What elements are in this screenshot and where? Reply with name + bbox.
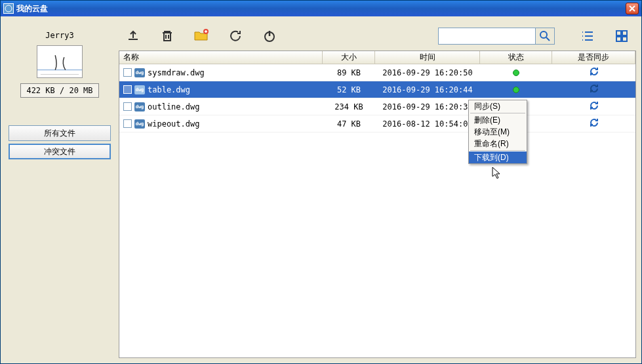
file-time: 2016-08-12 10:54:09 [375,119,480,129]
nav-all-files[interactable]: 所有文件 [9,125,111,141]
checkbox[interactable] [123,102,132,111]
dwg-file-icon: dwg [134,119,145,129]
file-size: 89 KB [323,68,375,77]
nav-label: 所有文件 [44,128,75,139]
column-sync[interactable]: 是否同步 [552,51,635,64]
search-button[interactable] [535,28,555,45]
status-dot-icon [513,87,519,93]
table-row[interactable]: dwgtable.dwg 52 KB 2016-09-29 16:20:44 [119,81,635,98]
menu-download[interactable]: 下载到(D) [469,152,527,163]
table-row[interactable]: dwgsysmdraw.dwg 89 KB 2016-09-29 16:20:5… [119,64,635,81]
menu-moveto[interactable]: 移动至(M) [469,126,527,138]
file-size: 47 KB [323,119,375,129]
storage-quota: 422 KB / 20 MB [20,83,98,98]
dwg-file-icon: dwg [134,102,145,111]
file-size: 52 KB [323,85,375,94]
sync-icon[interactable] [589,66,599,79]
power-icon[interactable] [260,27,279,45]
file-time: 2016-09-29 16:20:50 [375,68,480,77]
svg-point-0 [5,5,12,12]
file-name: outline.dwg [148,102,199,111]
svg-rect-7 [616,31,621,35]
delete-icon[interactable] [158,27,176,45]
checkbox[interactable] [123,68,132,77]
file-name: wipeout.dwg [148,119,199,129]
titlebar: 我的云盘 [1,1,641,16]
sync-icon[interactable] [589,117,599,130]
grid-view-icon[interactable] [612,27,631,45]
dwg-file-icon: dwg [134,68,145,77]
sidebar: Jerry3 422 KB / 20 MB 所有文件 冲突文件 [6,22,113,358]
table-body: dwgsysmdraw.dwg 89 KB 2016-09-29 16:20:5… [119,64,635,357]
checkbox[interactable] [123,119,132,128]
table-row[interactable]: dwgoutline.dwg 234 KB 2016-09-29 16:20:3… [119,98,635,115]
file-size: 234 KB [323,102,375,111]
sync-icon[interactable] [589,100,599,113]
svg-rect-10 [622,37,627,41]
list-view-icon[interactable] [578,27,597,45]
menu-rename[interactable]: 重命名(R) [469,138,527,150]
table-row[interactable]: dwgwipeout.dwg 47 KB 2016-08-12 10:54:09 [119,115,635,132]
app-window: 我的云盘 Jerry3 422 KB / 20 MB 所有文件 冲突文件 [0,0,642,364]
content-area: Jerry3 422 KB / 20 MB 所有文件 冲突文件 [1,16,641,363]
refresh-icon[interactable] [226,27,245,45]
column-time[interactable]: 时间 [375,51,480,64]
file-name: sysmdraw.dwg [148,68,205,77]
svg-rect-9 [616,37,621,41]
svg-rect-1 [37,46,82,78]
close-button[interactable] [626,3,639,14]
username-label: Jerry3 [45,31,73,40]
menu-sync[interactable]: 同步(S) [469,100,527,112]
upload-icon[interactable] [124,27,142,45]
column-size[interactable]: 大小 [323,51,375,64]
file-time: 2016-09-29 16:20:38 [375,102,480,111]
column-name[interactable]: 名称 [119,51,323,64]
toolbar [119,22,636,51]
menu-delete[interactable]: 删除(E) [469,114,527,126]
table-header: 名称 大小 时间 状态 是否同步 [119,51,635,64]
file-name: table.dwg [148,85,190,94]
column-status[interactable]: 状态 [480,51,552,64]
dwg-file-icon: dwg [134,85,145,94]
nav-label: 冲突文件 [44,146,75,157]
svg-rect-8 [622,31,627,35]
file-list-panel: 名称 大小 时间 状态 是否同步 dwgsysmdraw.dwg 89 KB 2… [119,51,636,358]
app-icon [3,3,14,14]
nav-conflict-files[interactable]: 冲突文件 [9,144,111,159]
thumbnail [37,45,83,78]
window-title: 我的云盘 [16,3,626,14]
search-input[interactable] [438,28,535,45]
svg-point-6 [540,31,547,38]
search-box [438,28,555,45]
context-menu: 同步(S) 删除(E) 移动至(M) 重命名(R) 下载到(D) [468,100,527,164]
file-time: 2016-09-29 16:20:44 [375,85,480,94]
status-dot-icon [513,70,519,76]
new-folder-icon[interactable] [192,27,211,45]
sync-icon[interactable] [589,83,599,96]
checkbox[interactable] [123,85,132,94]
main-panel: 名称 大小 时间 状态 是否同步 dwgsysmdraw.dwg 89 KB 2… [119,22,636,358]
